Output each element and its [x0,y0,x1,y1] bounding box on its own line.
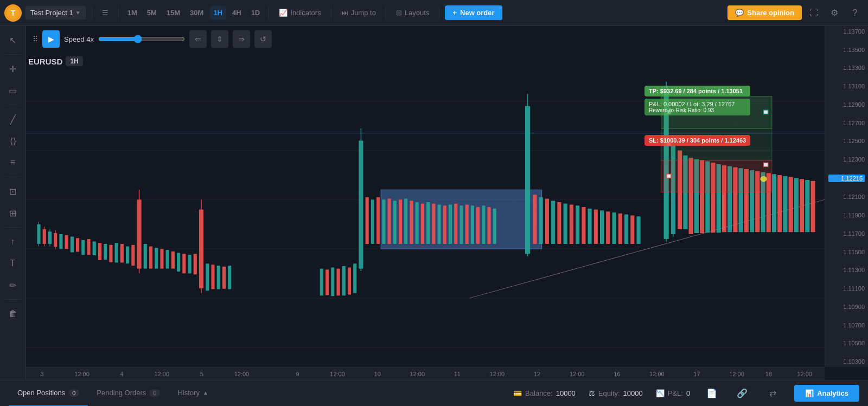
cursor-tool[interactable]: ↖ [3,30,23,50]
layouts-label: Layouts [405,9,430,17]
sync-button[interactable]: ⇄ [764,385,781,402]
timeframe-5m[interactable]: 5M [144,6,160,20]
price-label-10700: 1.10700 [828,322,865,328]
timeframe-1h[interactable]: 1H [210,6,226,20]
help-button[interactable]: ? [846,4,864,22]
sidebar-divider-2 [5,105,21,105]
indicators-label: Indicators [290,9,321,17]
analytics-button[interactable]: 📊 Analytics [794,385,859,402]
price-scale: 1.13700 1.13500 1.13300 1.13100 1.12900 … [825,26,868,367]
price-label-current: 1.12215 [828,175,865,182]
candle-type-button[interactable]: ☰ [98,6,113,20]
svg-rect-128 [783,176,787,232]
project-selector[interactable]: Test Project 1 ▼ [25,6,86,20]
timeframe-1d[interactable]: 1D [248,6,264,20]
svg-rect-53 [326,269,329,295]
time-label-1200-8: 12:00 [649,371,665,377]
price-label-12900: 1.12900 [828,101,865,108]
measure-tool[interactable]: ⊡ [3,182,23,201]
brush-tool[interactable]: ✏ [3,275,23,295]
balance-label: Balance: [525,389,553,397]
svg-rect-24 [87,239,90,255]
svg-rect-47 [206,263,209,291]
gann-tool[interactable]: ⊞ [3,203,23,223]
time-label-1200-5: 12:00 [410,371,425,377]
timeframe-1m[interactable]: 1M [124,6,141,20]
svg-rect-91 [557,202,561,244]
layouts-button[interactable]: ⊞ Layouts [392,6,434,20]
svg-rect-83 [487,207,490,244]
fib-tool[interactable]: ≡ [3,153,23,172]
trendline-tool[interactable]: ╱ [3,109,23,129]
price-label-13100: 1.13100 [828,83,865,89]
settings-button[interactable]: ⚙ [826,4,843,22]
time-label-1200-3: 12:00 [234,371,250,377]
share-label: Share opinion [747,9,794,17]
arrow-tool[interactable]: ↑ [3,232,23,252]
timeframe-badge: 1H [66,56,82,66]
app-logo: T [4,4,22,22]
analytics-label: Analytics [817,389,848,397]
time-label-1200-9: 12:00 [729,371,744,377]
text-icon: T [10,259,16,268]
time-label-10: 10 [374,371,381,377]
svg-rect-76 [449,204,452,244]
time-label-4: 4 [120,371,124,377]
pending-orders-count: 0 [149,389,160,397]
price-label-11700: 1.11700 [828,230,865,237]
price-label-12100: 1.12100 [828,194,865,200]
open-positions-count: 0 [68,389,79,397]
text-tool[interactable]: T [3,254,23,273]
play-button[interactable]: ▶ [42,30,60,48]
jump-to-button[interactable]: ⏭ Jump to [337,6,380,20]
speed-slider[interactable] [98,35,185,43]
timeframe-15m[interactable]: 15M [163,6,183,20]
tab-open-positions[interactable]: Open Positions 0 [9,381,88,407]
new-order-button[interactable]: + New order [445,5,502,20]
price-label-13500: 1.13500 [828,47,865,53]
svg-rect-50 [222,267,226,289]
timeframe-4h[interactable]: 4H [229,6,245,20]
report-button[interactable]: 📄 [703,385,720,402]
svg-rect-90 [551,201,555,244]
svg-rect-81 [476,207,480,244]
share-opinion-button[interactable]: 💬 Share opinion [727,5,802,20]
svg-rect-80 [471,205,474,244]
prev-bar-button[interactable]: ⇐ [189,30,207,48]
top-toolbar: T Test Project 1 ▼ ☰ 1M 5M 15M 30M 1H 4H… [0,0,868,26]
svg-rect-77 [454,204,457,244]
measure-icon: ⊡ [9,186,16,197]
brush-icon: ✏ [9,280,16,291]
equity-label: Equity: [598,389,620,397]
patterns-tool[interactable]: ⟨⟩ [3,131,23,151]
layouts-icon: ⊞ [396,9,402,17]
step-button[interactable]: ⇕ [211,30,228,48]
svg-rect-140 [764,163,768,166]
svg-rect-104 [636,216,640,244]
next-bar-button[interactable]: ⇒ [233,30,250,48]
price-label-10300: 1.10300 [828,358,865,365]
replay-settings-button[interactable]: ↺ [254,30,272,48]
delete-tool[interactable]: 🗑 [3,304,23,324]
timeframe-30m[interactable]: 30M [187,6,207,20]
tab-pending-orders[interactable]: Pending Orders 0 [88,381,169,407]
svg-rect-101 [618,214,622,244]
indicators-button[interactable]: 📈 Indicators [275,6,325,20]
svg-rect-68 [404,199,407,244]
chart-canvas[interactable]: TP: $932.69 / 284 points / 1.13051 P&L: … [26,52,825,367]
share-results-button[interactable]: 🔗 [733,385,751,402]
rectangle-tool[interactable]: ▭ [3,81,23,100]
time-label-1200-1: 12:00 [74,371,90,377]
svg-rect-64 [382,199,385,244]
tab-history[interactable]: History ▲ [169,381,216,407]
candle-icon: ☰ [102,9,108,17]
time-label-1200-2: 12:00 [154,371,169,377]
fullscreen-button[interactable]: ⛶ [805,4,822,22]
replay-refresh-icon: ↺ [260,35,266,43]
svg-rect-51 [228,266,231,289]
svg-rect-137 [667,110,671,114]
gear-icon: ⚙ [831,8,838,18]
crosshair-tool[interactable]: ✛ [3,59,23,79]
svg-rect-29 [115,243,118,262]
svg-rect-19 [59,234,62,249]
